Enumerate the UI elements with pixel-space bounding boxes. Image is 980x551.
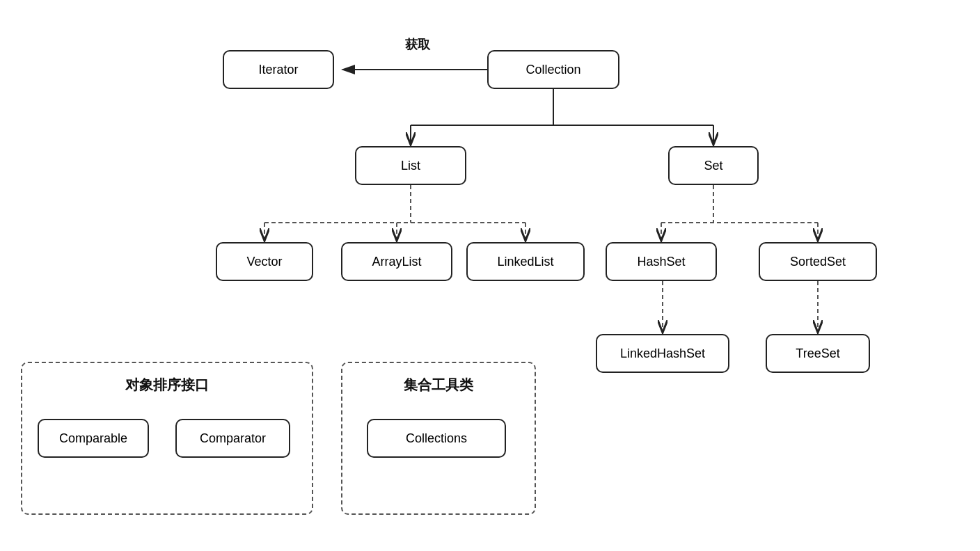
diagram: 获取 Collection Iterator List Set Vector A… bbox=[0, 0, 980, 551]
group-object-sort-label: 对象排序接口 bbox=[125, 376, 209, 394]
group-tool: 集合工具类 Collections bbox=[341, 362, 536, 515]
node-comparator: Comparator bbox=[175, 419, 290, 458]
node-iterator: Iterator bbox=[223, 50, 334, 89]
node-linkedhashset: LinkedHashSet bbox=[596, 334, 729, 373]
node-sortedset: SortedSet bbox=[759, 242, 877, 281]
node-hashset: HashSet bbox=[606, 242, 717, 281]
node-list: List bbox=[355, 146, 466, 185]
node-collection: Collection bbox=[487, 50, 619, 89]
node-set: Set bbox=[668, 146, 759, 185]
group-tool-label: 集合工具类 bbox=[404, 376, 473, 394]
group-object-sort: 对象排序接口 Comparable Comparator bbox=[21, 362, 313, 515]
node-linkedlist: LinkedList bbox=[466, 242, 585, 281]
node-arraylist: ArrayList bbox=[341, 242, 452, 281]
acquire-label: 获取 bbox=[405, 36, 430, 53]
node-treeset: TreeSet bbox=[766, 334, 870, 373]
node-vector: Vector bbox=[216, 242, 313, 281]
node-collections: Collections bbox=[367, 419, 506, 458]
node-comparable: Comparable bbox=[38, 419, 149, 458]
